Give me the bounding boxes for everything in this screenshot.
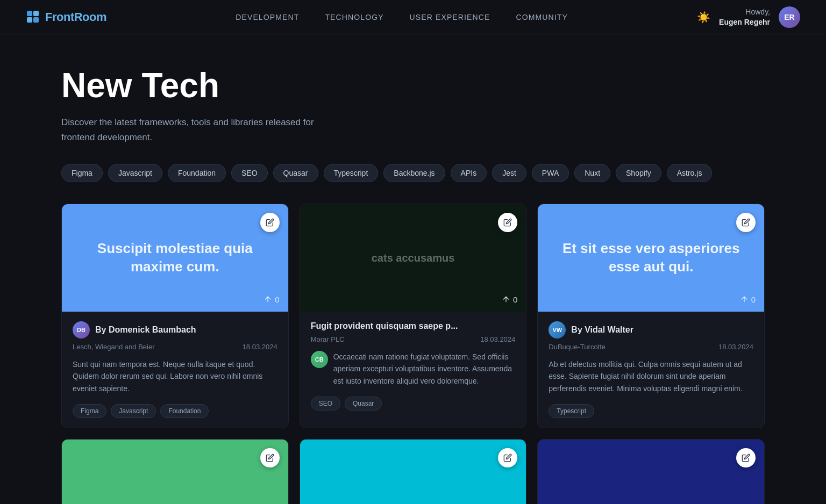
card-tags: Typescript (549, 404, 753, 418)
user-greeting: Howdy, Eugen Regehr (719, 7, 770, 26)
card-meta-row: DuBuque-Turcotte18.03.2024 (549, 343, 753, 351)
card-title: Fugit provident quisquam saepe p... (311, 321, 458, 331)
hero-description: Discover the latest frameworks, tools an… (61, 115, 341, 144)
nav-community[interactable]: COMMUNITY (516, 13, 567, 21)
author-name: By Domenick Baumbach (95, 325, 196, 335)
svg-rect-2 (27, 17, 32, 23)
vote-number: 0 (275, 295, 279, 304)
card-tags: SEOQuasar (311, 397, 516, 411)
tag-typescript[interactable]: Typescript (324, 164, 379, 182)
edit-button-card-6[interactable] (736, 448, 756, 467)
tags-row: FigmaJavascriptFoundationSEOQuasarTypesc… (61, 164, 765, 182)
edit-button-card-1[interactable] (260, 213, 280, 232)
card-card-2: cats accusamus 0Fugit provident quisquam… (300, 204, 527, 428)
card-image-text: Et sit esse vero asperiores esse aut qui… (538, 229, 764, 287)
theme-toggle-button[interactable]: ☀️ (697, 11, 710, 24)
nav-development[interactable]: DEVELOPMENT (236, 13, 299, 21)
card-description: Sunt qui nam tempora est. Neque nulla it… (73, 358, 277, 394)
svg-rect-3 (33, 17, 39, 23)
card-card-3: Et sit esse vero asperiores esse aut qui… (537, 204, 765, 428)
card-author-row: DBBy Domenick Baumbach (73, 321, 277, 339)
tag-backbonejs[interactable]: Backbone.js (383, 164, 445, 182)
hero-section: New Tech Discover the latest frameworks,… (61, 67, 765, 145)
tag-quasar[interactable]: Quasar (273, 164, 318, 182)
card-card-1: Suscipit molestiae quia maxime cum. 0DBB… (61, 204, 289, 428)
card-tag[interactable]: Javascript (111, 404, 156, 418)
card-company: Lesch, Wiegand and Beier (73, 343, 154, 351)
tag-jest[interactable]: Jest (492, 164, 526, 182)
card-body-card-2: Fugit provident quisquam saepe p...Morar… (300, 312, 526, 420)
card-card-4 (61, 439, 289, 504)
tag-seo[interactable]: SEO (231, 164, 268, 182)
card-tag[interactable]: Typescript (549, 404, 594, 418)
author-avatar: VW (549, 321, 566, 339)
nav-technology[interactable]: TECHNOLOGY (325, 13, 383, 21)
card-company: Morar PLC (311, 335, 345, 343)
card-body-card-1: DBBy Domenick BaumbachLesch, Wiegand and… (62, 312, 288, 428)
tag-javascript[interactable]: Javascript (108, 164, 162, 182)
card-author-row: Fugit provident quisquam saepe p... (311, 321, 516, 331)
card-card-5 (300, 439, 527, 504)
nav-user-experience[interactable]: USER EXPERIENCE (410, 13, 490, 21)
card-image-card-5 (300, 440, 526, 504)
card-date: 18.03.2024 (243, 343, 277, 351)
card-tag[interactable]: SEO (311, 397, 340, 411)
tag-nuxt[interactable]: Nuxt (574, 164, 610, 182)
page-title: New Tech (61, 67, 765, 104)
card-tag[interactable]: Quasar (345, 397, 382, 411)
card-image-card-4 (62, 440, 288, 504)
card-meta-row: Lesch, Wiegand and Beier18.03.2024 (73, 343, 277, 351)
vote-count-card-2: 0 (502, 295, 517, 304)
avatar-initials: ER (784, 13, 794, 21)
tag-apis[interactable]: APIs (451, 164, 487, 182)
vote-number: 0 (751, 295, 756, 304)
cards-grid: Suscipit molestiae quia maxime cum. 0DBB… (61, 204, 765, 504)
vote-count-card-3: 0 (740, 295, 756, 304)
card-date: 18.03.2024 (718, 343, 753, 351)
card-company: DuBuque-Turcotte (549, 343, 606, 351)
vote-number: 0 (513, 295, 517, 304)
card-image-card-6 (538, 440, 764, 504)
card-image-text: Suscipit molestiae quia maxime cum. (62, 229, 288, 287)
card-date: 18.03.2024 (480, 335, 515, 343)
card-image-card-2: cats accusamus 0 (300, 204, 526, 312)
tag-shopify[interactable]: Shopify (616, 164, 661, 182)
card-tag[interactable]: Figma (73, 404, 106, 418)
navbar: FrontRoom DEVELOPMENT TECHNOLOGY USER EX… (0, 0, 826, 34)
nav-right: ☀️ Howdy, Eugen Regehr ER (697, 6, 800, 28)
edit-button-card-5[interactable] (498, 448, 517, 467)
card-tags: FigmaJavascriptFoundation (73, 404, 277, 418)
tag-astrojs[interactable]: Astro.js (667, 164, 713, 182)
card-body-card-3: VWBy Vidal WalterDuBuque-Turcotte18.03.2… (538, 312, 764, 428)
comment-avatar: CB (311, 351, 328, 368)
svg-rect-1 (33, 11, 39, 16)
tag-figma[interactable]: Figma (61, 164, 103, 182)
logo-icon (26, 10, 41, 25)
card-author-row: VWBy Vidal Walter (549, 321, 753, 339)
card-image-card-3: Et sit esse vero asperiores esse aut qui… (538, 204, 764, 312)
logo-text: FrontRoom (45, 10, 106, 24)
card-tag[interactable]: Foundation (160, 404, 209, 418)
author-name: By Vidal Walter (571, 325, 633, 335)
card-image-card-1: Suscipit molestiae quia maxime cum. 0 (62, 204, 288, 312)
edit-button-card-4[interactable] (260, 448, 280, 467)
card-image-text: cats accusamus (361, 240, 466, 276)
edit-button-card-3[interactable] (736, 213, 756, 232)
avatar[interactable]: ER (779, 6, 800, 28)
comment-text: Occaecati nam ratione fugiat voluptatem.… (333, 351, 516, 387)
nav-links: DEVELOPMENT TECHNOLOGY USER EXPERIENCE C… (236, 13, 568, 21)
card-description: Ab et delectus mollitia qui. Culpa omnis… (549, 358, 753, 394)
sun-icon: ☀️ (697, 11, 710, 24)
vote-count-card-1: 0 (264, 295, 279, 304)
card-comment-row: CBOccaecati nam ratione fugiat voluptate… (311, 351, 516, 387)
card-card-6 (537, 439, 765, 504)
tag-pwa[interactable]: PWA (532, 164, 569, 182)
author-avatar: DB (73, 321, 90, 339)
edit-button-card-2[interactable] (498, 213, 517, 232)
card-meta-row: Morar PLC18.03.2024 (311, 335, 516, 343)
nav-logo[interactable]: FrontRoom (26, 10, 106, 25)
tag-foundation[interactable]: Foundation (168, 164, 226, 182)
main-content: New Tech Discover the latest frameworks,… (0, 34, 826, 504)
svg-rect-0 (27, 11, 32, 16)
